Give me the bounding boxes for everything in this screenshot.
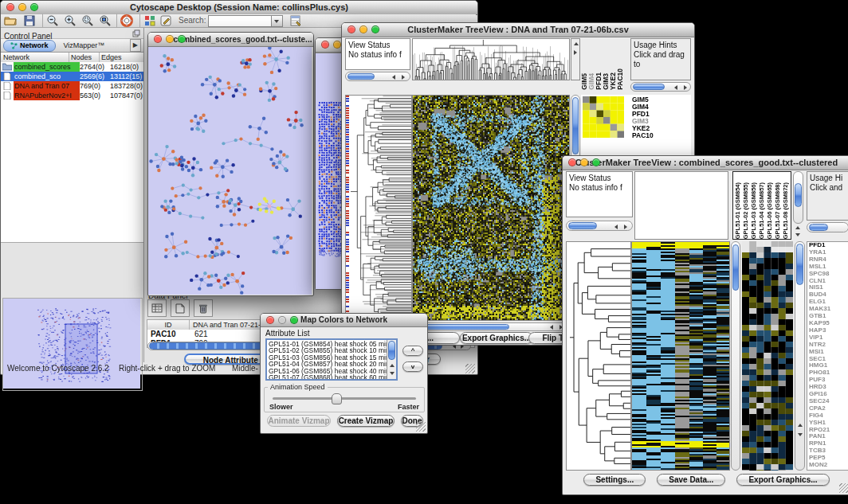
tv2-usage-hints-title: Usage Hi (810, 174, 846, 183)
zoom-button[interactable] (178, 35, 186, 43)
close-button[interactable] (321, 41, 329, 49)
column-id[interactable]: ID (147, 320, 190, 330)
tab-overflow-button[interactable]: ▶ (130, 39, 141, 52)
tv2-column-dendrogram[interactable] (634, 171, 728, 240)
control-panel-title: Control Panel (1, 32, 53, 41)
zoom-button[interactable] (290, 316, 298, 324)
tv2-summary-heatmap[interactable] (742, 241, 793, 471)
network-list-row[interactable]: combined_scores2764(0)16218(0) (1, 62, 143, 72)
dialog-button-create-vizmap[interactable]: Create Vizmap (337, 415, 395, 427)
gene-label: PAC10 (632, 132, 680, 139)
open-session-icon[interactable] (4, 14, 17, 27)
tv2-status-hscrollbar[interactable] (566, 221, 633, 231)
tv1-summary-heatmap[interactable] (583, 96, 624, 138)
help-lifering-icon[interactable] (120, 14, 133, 27)
close-button[interactable] (347, 25, 355, 33)
tv2-heatmap[interactable] (631, 241, 730, 471)
network-list-row[interactable]: RNAPuberNov2+I563(0)107847(0) (1, 91, 143, 100)
labels-scroll-down-icon[interactable] (795, 233, 800, 236)
tv2-button-export-graphics[interactable]: Export Graphics... (736, 474, 829, 486)
delete-attribute-trash-icon[interactable] (194, 299, 213, 317)
zoom-selected-icon[interactable] (99, 14, 112, 27)
tv1-usage-hints: Usage Hints Click and drag to (630, 38, 691, 80)
network-list-row[interactable]: DNA and Tran 07769(0)183728(0) (1, 81, 143, 91)
zoom-in-icon[interactable] (64, 14, 77, 27)
minimize-button[interactable] (18, 3, 26, 11)
faster-label: Faster (398, 403, 419, 411)
zoom-button[interactable] (30, 3, 38, 11)
close-button[interactable] (6, 3, 14, 11)
minimize-button[interactable] (359, 25, 367, 33)
tab-network[interactable]: Network (3, 40, 56, 52)
column-edges[interactable]: Edges (100, 53, 143, 62)
float-panel-icon[interactable] (132, 29, 140, 37)
dialog-title-bar[interactable]: Map Colors to Network (261, 314, 427, 327)
labels-scroll-up-icon[interactable] (795, 226, 800, 229)
close-button[interactable] (266, 316, 274, 324)
tv2-heatmap-vscrollbar[interactable] (731, 241, 740, 471)
tv1-hints-hscrollbar[interactable] (630, 82, 691, 92)
attribute-list-item[interactable]: GPL51-07 (GSM868) heat shock 60 min (269, 374, 395, 381)
cell-id: PAC10 (147, 330, 190, 339)
tv2-labels-vscrollbar[interactable] (793, 171, 803, 224)
network-view-1-title-bar[interactable]: combined_scores_good.txt--cluste... (148, 33, 313, 47)
toolbar-separator (42, 14, 43, 28)
network-list-row[interactable]: combined_sco2569(6)13112(15) (1, 72, 143, 81)
minimize-button[interactable] (333, 41, 341, 49)
column-network[interactable]: Network (1, 53, 69, 62)
birdseye-view[interactable] (2, 298, 143, 391)
tv2-button-save-data[interactable]: Save Data... (657, 474, 725, 486)
network-canvas-1[interactable] (148, 47, 312, 295)
annotation-icon[interactable] (159, 14, 172, 27)
close-button[interactable] (154, 35, 162, 43)
zoom-out-icon[interactable] (46, 14, 59, 27)
status-zoom-hint: Right-click + drag to ZOOM (119, 362, 215, 374)
treeview2-title-bar[interactable]: ClusterMaker TreeView : combined_scores_… (563, 156, 848, 170)
attribute-table-icon[interactable] (147, 299, 167, 317)
resize-grip[interactable] (465, 364, 475, 373)
tv1-status-hscrollbar[interactable] (345, 72, 410, 81)
network-edges-count: 107847(0) (110, 91, 143, 100)
network-name: combined_scores (14, 62, 80, 72)
tv2-genes-vscrollbar[interactable] (795, 241, 805, 471)
tv2-row-dendrogram[interactable] (566, 241, 631, 471)
save-session-icon[interactable] (23, 14, 36, 27)
new-attribute-icon[interactable] (171, 299, 190, 317)
tv1-button-export-graphics[interactable]: Export Graphics... (460, 332, 533, 344)
animation-speed-slider[interactable] (273, 397, 416, 400)
resize-grip[interactable] (416, 422, 426, 432)
search-input[interactable] (208, 15, 272, 27)
move-up-button[interactable]: ^ (402, 346, 423, 356)
tv1-heatmap-hscrollbar[interactable] (412, 322, 570, 331)
file-icon (2, 92, 12, 100)
zoom-fit-icon[interactable] (81, 14, 94, 27)
zoom-button[interactable] (371, 25, 379, 33)
tab-vizmapper[interactable]: VizMapper™ (56, 40, 113, 51)
vizmapper-shortcut-icon[interactable] (143, 14, 156, 27)
tv2-button-settings[interactable]: Settings... (583, 474, 646, 486)
treeview1-title-bar[interactable]: ClusterMaker TreeView : DNA and Tran 07-… (342, 23, 694, 37)
search-dropdown-button[interactable] (272, 15, 283, 27)
slider-thumb[interactable] (332, 393, 342, 404)
tv1-row-dendrogram[interactable] (345, 95, 412, 321)
close-button[interactable] (568, 158, 576, 166)
tv2-hints-hscrollbar[interactable] (807, 222, 848, 232)
move-down-button[interactable]: v (402, 361, 423, 372)
tv1-column-dendrogram[interactable] (412, 38, 570, 80)
attribute-list[interactable]: GPL51-01 (GSM854) heat shock 05 minGPL51… (265, 338, 398, 381)
zoom-button[interactable] (592, 158, 600, 166)
tv1-column-label: PAC10 (617, 68, 624, 90)
main-title-bar[interactable]: Cytoscape Desktop (Session Name: collins… (1, 1, 477, 15)
minimize-button[interactable] (580, 158, 588, 166)
tv1-heatmap[interactable] (412, 95, 570, 321)
attribute-list-vscrollbar[interactable] (387, 340, 396, 379)
network-edges-count: 13112(15) (110, 72, 143, 81)
minimize-button[interactable] (166, 35, 174, 43)
resize-grip[interactable] (839, 483, 848, 493)
dialog-button-animate-vizmap: Animate Vizmap (267, 415, 331, 427)
column-nodes[interactable]: Nodes (69, 53, 100, 62)
search-label: Search: (179, 14, 206, 27)
import-table-icon[interactable] (289, 14, 302, 27)
tv1-usage-hints-title: Usage Hints (634, 41, 688, 50)
file-icon (2, 72, 12, 80)
